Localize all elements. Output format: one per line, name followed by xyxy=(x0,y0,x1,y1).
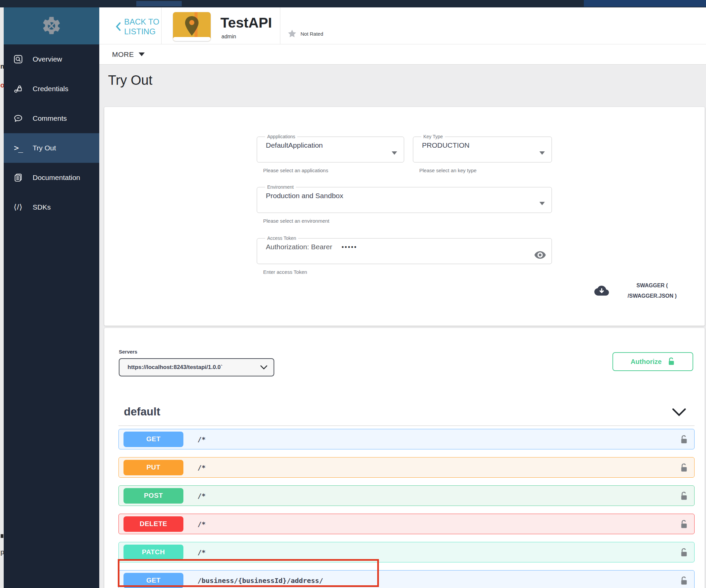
edge-text-fragment: p xyxy=(0,548,4,556)
sidebar-item-label: Comments xyxy=(33,114,67,122)
operation-row[interactable]: PATCH /* xyxy=(118,542,695,562)
sidebar-item-documentation[interactable]: Documentation xyxy=(4,163,99,192)
access-token-value: Authorization: Bearer xyxy=(266,243,332,251)
tryout-form-card: Appplications DefaultApplication Key Typ… xyxy=(104,107,705,326)
more-bar: MORE xyxy=(99,44,706,65)
sidebar-item-comments[interactable]: Comments xyxy=(4,104,99,133)
applications-select[interactable]: Appplications DefaultApplication xyxy=(257,134,404,162)
dropdown-arrow-icon xyxy=(539,151,545,155)
content-area: Try Out Appplications DefaultApplication… xyxy=(99,65,706,588)
back-link-label: BACK TO LISTING xyxy=(124,17,163,36)
cloud-download-icon xyxy=(594,285,609,296)
lock-icon[interactable] xyxy=(679,463,688,473)
tryout-icon: >_ xyxy=(12,142,24,154)
operation-row[interactable]: PUT /* xyxy=(118,457,695,478)
access-token-label: Access Token xyxy=(265,235,298,241)
environment-helper: Please select an environment xyxy=(263,218,329,224)
sidebar-item-sdks[interactable]: ⟨/⟩ SDKs xyxy=(4,192,99,222)
operation-path: /* xyxy=(198,548,206,556)
swagger-download[interactable]: SWAGGER ( /SWAGGER.JSON ) xyxy=(594,280,686,301)
operation-path: /* xyxy=(198,520,206,528)
lock-icon[interactable] xyxy=(679,548,688,558)
method-badge: PUT xyxy=(123,460,183,475)
key-type-label: Key Type xyxy=(421,134,445,139)
authorize-button[interactable]: Authorize xyxy=(612,352,693,371)
sdks-icon: ⟨/⟩ xyxy=(12,201,24,213)
map-pin-icon xyxy=(173,12,211,41)
sidebar-nav: Overview Credentials Comments >_ Try Out… xyxy=(4,44,99,222)
lock-icon[interactable] xyxy=(679,576,688,586)
access-token-helper: Enter access Token xyxy=(263,269,307,275)
operation-row[interactable]: GET /* xyxy=(118,429,695,449)
operation-path: /* xyxy=(198,435,206,443)
star-icon xyxy=(287,29,297,39)
operation-row[interactable]: DELETE /* xyxy=(118,514,695,534)
server-url: https://localhost:8243/testapi/1.0.0` xyxy=(128,364,222,371)
key-type-value: PRODUCTION xyxy=(418,139,547,149)
overview-icon xyxy=(12,53,24,65)
caret-down-icon xyxy=(139,52,145,56)
chevron-left-icon xyxy=(115,22,121,32)
section-chevron-icon[interactable] xyxy=(672,408,686,417)
page-edge-strip: m o p xyxy=(0,0,4,588)
method-badge: GET xyxy=(123,573,183,588)
rating-label: Not Rated xyxy=(301,31,323,37)
key-type-select[interactable]: Key Type PRODUCTION xyxy=(413,134,552,162)
api-rating[interactable]: Not Rated xyxy=(287,27,323,40)
method-badge: GET xyxy=(123,432,183,447)
sidebar-item-overview[interactable]: Overview xyxy=(4,44,99,74)
dropdown-arrow-icon xyxy=(392,151,397,155)
sidebar-item-label: SDKs xyxy=(33,203,51,211)
environment-label: Environment xyxy=(265,184,296,190)
edge-text-fragment: o xyxy=(0,81,4,89)
top-navbar xyxy=(0,0,706,7)
main-area: BACK TO LISTING TestAPI admin Not Rated … xyxy=(99,7,706,588)
operation-path: /* xyxy=(198,464,206,472)
sidebar-item-credentials[interactable]: Credentials xyxy=(4,74,99,104)
back-to-listing-link[interactable]: BACK TO LISTING xyxy=(115,17,166,36)
edge-text-fragment: m xyxy=(0,63,4,70)
gear-tools-icon xyxy=(41,15,62,37)
edge-square-fragment xyxy=(1,534,3,538)
method-badge: POST xyxy=(123,488,183,504)
applications-label: Appplications xyxy=(265,134,297,139)
method-badge: PATCH xyxy=(123,545,183,560)
eye-icon[interactable] xyxy=(534,250,546,260)
header-divider xyxy=(161,7,162,44)
sidebar-item-tryout[interactable]: >_ Try Out xyxy=(4,133,99,163)
applications-helper: Please select an applications xyxy=(263,168,328,173)
server-select[interactable]: https://localhost:8243/testapi/1.0.0` xyxy=(119,358,274,376)
api-owner: admin xyxy=(221,34,236,40)
swagger-label: SWAGGER ( /SWAGGER.JSON ) xyxy=(619,280,686,301)
operation-row[interactable]: POST /* xyxy=(118,485,695,506)
app-logo[interactable] xyxy=(4,7,99,44)
api-title: TestAPI xyxy=(220,15,272,31)
environment-value: Production and Sandbox xyxy=(262,190,547,200)
chevron-down-icon xyxy=(260,365,268,370)
operation-path: /business/{businessId}/address/ xyxy=(198,577,323,585)
sidebar-item-label: Credentials xyxy=(33,85,68,93)
authorize-label: Authorize xyxy=(631,358,662,366)
dropdown-arrow-icon xyxy=(539,202,545,205)
swagger-operations-card: Servers https://localhost:8243/testapi/1… xyxy=(104,328,705,588)
lock-icon[interactable] xyxy=(679,435,688,445)
method-badge: DELETE xyxy=(123,516,183,532)
environment-select[interactable]: Environment Production and Sandbox xyxy=(257,184,552,213)
access-token-masked: ••••• xyxy=(342,244,357,251)
top-navbar-right-box xyxy=(584,0,706,7)
sidebar-item-label: Try Out xyxy=(33,144,56,152)
operation-row-highlighted[interactable]: GET /business/{businessId}/address/ xyxy=(118,570,695,588)
lock-icon[interactable] xyxy=(679,491,688,501)
applications-value: DefaultApplication xyxy=(262,139,399,149)
header-divider xyxy=(280,7,280,44)
page-title: Try Out xyxy=(108,73,152,88)
access-token-field[interactable]: Access Token Authorization: Bearer ••••• xyxy=(257,235,552,264)
more-menu-button[interactable]: MORE xyxy=(112,50,145,59)
api-thumbnail xyxy=(173,12,211,41)
more-label: MORE xyxy=(112,50,134,59)
lock-icon[interactable] xyxy=(679,519,688,529)
operations-section-title: default xyxy=(124,405,160,418)
credentials-icon xyxy=(12,83,24,95)
servers-label: Servers xyxy=(119,349,137,355)
sidebar-item-label: Overview xyxy=(33,55,62,63)
